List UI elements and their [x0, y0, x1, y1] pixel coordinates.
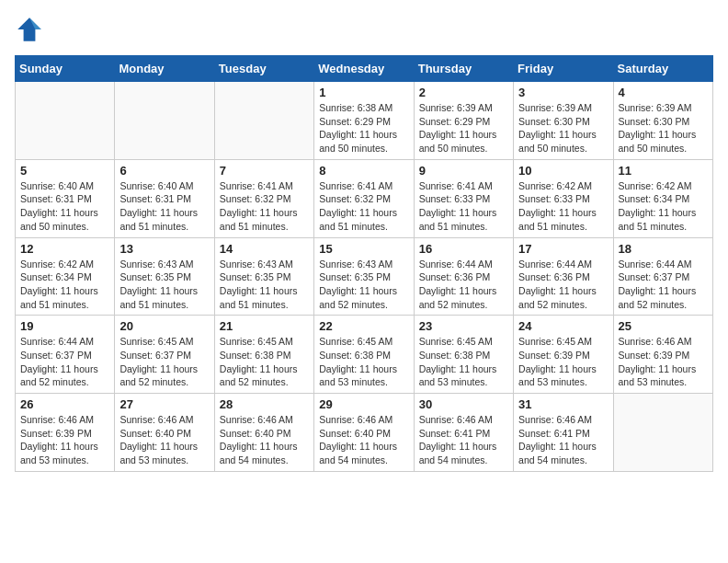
day-detail: Sunrise: 6:45 AM Sunset: 6:38 PM Dayligh…	[220, 335, 309, 389]
day-number: 4	[619, 86, 708, 99]
day-detail: Sunrise: 6:42 AM Sunset: 6:33 PM Dayligh…	[518, 179, 608, 234]
day-number: 31	[518, 397, 608, 411]
calendar-cell: 3Sunrise: 6:39 AM Sunset: 6:30 PM Daylig…	[514, 82, 613, 160]
day-detail: Sunrise: 6:45 AM Sunset: 6:38 PM Dayligh…	[419, 335, 508, 389]
day-number: 6	[119, 164, 209, 178]
day-detail: Sunrise: 6:39 AM Sunset: 6:30 PM Dayligh…	[619, 101, 708, 155]
day-number: 2	[419, 86, 508, 99]
day-number: 23	[419, 319, 508, 333]
day-detail: Sunrise: 6:46 AM Sunset: 6:39 PM Dayligh…	[20, 413, 109, 467]
day-detail: Sunrise: 6:46 AM Sunset: 6:39 PM Dayligh…	[619, 335, 708, 389]
weekday-header-saturday: Saturday	[613, 56, 712, 82]
day-number: 30	[419, 397, 508, 411]
day-detail: Sunrise: 6:42 AM Sunset: 6:34 PM Dayligh…	[619, 179, 708, 234]
day-number: 15	[319, 242, 408, 256]
day-detail: Sunrise: 6:43 AM Sunset: 6:35 PM Dayligh…	[119, 258, 209, 312]
day-detail: Sunrise: 6:45 AM Sunset: 6:39 PM Dayligh…	[518, 335, 608, 389]
calendar-cell: 2Sunrise: 6:39 AM Sunset: 6:29 PM Daylig…	[414, 82, 513, 160]
calendar-cell: 19Sunrise: 6:44 AM Sunset: 6:37 PM Dayli…	[16, 316, 115, 394]
day-number: 14	[220, 242, 309, 256]
day-number: 7	[220, 164, 309, 178]
day-detail: Sunrise: 6:42 AM Sunset: 6:34 PM Dayligh…	[20, 258, 109, 312]
day-number: 18	[619, 242, 708, 256]
calendar-week-5: 26Sunrise: 6:46 AM Sunset: 6:39 PM Dayli…	[16, 394, 713, 472]
day-number: 26	[20, 397, 109, 411]
calendar-cell: 22Sunrise: 6:45 AM Sunset: 6:38 PM Dayli…	[314, 316, 414, 394]
calendar-week-4: 19Sunrise: 6:44 AM Sunset: 6:37 PM Dayli…	[16, 316, 713, 394]
weekday-header-friday: Friday	[514, 56, 613, 82]
logo	[15, 15, 50, 44]
day-number: 9	[419, 164, 508, 178]
day-detail: Sunrise: 6:46 AM Sunset: 6:40 PM Dayligh…	[220, 413, 309, 467]
calendar-cell: 30Sunrise: 6:46 AM Sunset: 6:41 PM Dayli…	[414, 394, 513, 472]
day-number: 12	[20, 242, 109, 256]
day-detail: Sunrise: 6:44 AM Sunset: 6:36 PM Dayligh…	[419, 258, 508, 312]
calendar-body: 1Sunrise: 6:38 AM Sunset: 6:29 PM Daylig…	[16, 82, 713, 472]
calendar-cell	[613, 394, 712, 472]
calendar-cell: 7Sunrise: 6:41 AM Sunset: 6:32 PM Daylig…	[214, 159, 313, 237]
day-detail: Sunrise: 6:46 AM Sunset: 6:41 PM Dayligh…	[518, 413, 608, 467]
calendar-cell: 21Sunrise: 6:45 AM Sunset: 6:38 PM Dayli…	[214, 316, 313, 394]
calendar-cell: 23Sunrise: 6:45 AM Sunset: 6:38 PM Dayli…	[414, 316, 513, 394]
day-detail: Sunrise: 6:44 AM Sunset: 6:36 PM Dayligh…	[518, 258, 608, 312]
calendar-cell: 5Sunrise: 6:40 AM Sunset: 6:31 PM Daylig…	[16, 159, 115, 237]
weekday-header-wednesday: Wednesday	[314, 56, 414, 82]
day-detail: Sunrise: 6:44 AM Sunset: 6:37 PM Dayligh…	[20, 335, 109, 389]
day-number: 25	[619, 319, 708, 333]
calendar-cell: 6Sunrise: 6:40 AM Sunset: 6:31 PM Daylig…	[115, 159, 214, 237]
day-number: 27	[119, 397, 209, 411]
day-number: 16	[419, 242, 508, 256]
calendar-week-1: 1Sunrise: 6:38 AM Sunset: 6:29 PM Daylig…	[16, 82, 713, 160]
day-number: 11	[619, 164, 708, 178]
day-detail: Sunrise: 6:40 AM Sunset: 6:31 PM Dayligh…	[119, 179, 209, 234]
day-detail: Sunrise: 6:40 AM Sunset: 6:31 PM Dayligh…	[20, 179, 109, 234]
day-number: 19	[20, 319, 109, 333]
day-detail: Sunrise: 6:41 AM Sunset: 6:32 PM Dayligh…	[220, 179, 309, 234]
day-detail: Sunrise: 6:38 AM Sunset: 6:29 PM Dayligh…	[319, 101, 408, 155]
calendar-header: SundayMondayTuesdayWednesdayThursdayFrid…	[16, 56, 713, 82]
logo-icon	[15, 15, 44, 44]
weekday-header-tuesday: Tuesday	[214, 56, 313, 82]
day-detail: Sunrise: 6:45 AM Sunset: 6:38 PM Dayligh…	[319, 335, 408, 389]
day-detail: Sunrise: 6:43 AM Sunset: 6:35 PM Dayligh…	[319, 258, 408, 312]
day-number: 8	[319, 164, 408, 178]
calendar-cell: 15Sunrise: 6:43 AM Sunset: 6:35 PM Dayli…	[314, 237, 414, 316]
calendar-week-2: 5Sunrise: 6:40 AM Sunset: 6:31 PM Daylig…	[16, 159, 713, 237]
calendar-cell: 14Sunrise: 6:43 AM Sunset: 6:35 PM Dayli…	[214, 237, 313, 316]
calendar-cell: 16Sunrise: 6:44 AM Sunset: 6:36 PM Dayli…	[414, 237, 513, 316]
calendar-cell: 17Sunrise: 6:44 AM Sunset: 6:36 PM Dayli…	[514, 237, 613, 316]
day-number: 20	[119, 319, 209, 333]
page-header	[15, 15, 713, 44]
calendar-cell: 31Sunrise: 6:46 AM Sunset: 6:41 PM Dayli…	[514, 394, 613, 472]
day-number: 24	[518, 319, 608, 333]
weekday-header-monday: Monday	[115, 56, 214, 82]
day-number: 10	[518, 164, 608, 178]
calendar-cell: 4Sunrise: 6:39 AM Sunset: 6:30 PM Daylig…	[613, 82, 712, 160]
calendar-cell: 29Sunrise: 6:46 AM Sunset: 6:40 PM Dayli…	[314, 394, 414, 472]
calendar-cell	[16, 82, 115, 160]
calendar-cell: 18Sunrise: 6:44 AM Sunset: 6:37 PM Dayli…	[613, 237, 712, 316]
day-number: 3	[518, 86, 608, 99]
calendar-cell: 27Sunrise: 6:46 AM Sunset: 6:40 PM Dayli…	[115, 394, 214, 472]
day-detail: Sunrise: 6:46 AM Sunset: 6:40 PM Dayligh…	[119, 413, 209, 467]
day-number: 1	[319, 86, 408, 99]
day-detail: Sunrise: 6:41 AM Sunset: 6:32 PM Dayligh…	[319, 179, 408, 234]
calendar-cell: 10Sunrise: 6:42 AM Sunset: 6:33 PM Dayli…	[514, 159, 613, 237]
calendar-table: SundayMondayTuesdayWednesdayThursdayFrid…	[15, 55, 713, 472]
day-number: 5	[20, 164, 109, 178]
calendar-cell: 25Sunrise: 6:46 AM Sunset: 6:39 PM Dayli…	[613, 316, 712, 394]
calendar-cell: 8Sunrise: 6:41 AM Sunset: 6:32 PM Daylig…	[314, 159, 414, 237]
day-detail: Sunrise: 6:46 AM Sunset: 6:41 PM Dayligh…	[419, 413, 508, 467]
calendar-cell: 20Sunrise: 6:45 AM Sunset: 6:37 PM Dayli…	[115, 316, 214, 394]
day-detail: Sunrise: 6:44 AM Sunset: 6:37 PM Dayligh…	[619, 258, 708, 312]
calendar-cell: 26Sunrise: 6:46 AM Sunset: 6:39 PM Dayli…	[16, 394, 115, 472]
day-number: 13	[119, 242, 209, 256]
day-number: 21	[220, 319, 309, 333]
weekday-row: SundayMondayTuesdayWednesdayThursdayFrid…	[16, 56, 713, 82]
day-detail: Sunrise: 6:41 AM Sunset: 6:33 PM Dayligh…	[419, 179, 508, 234]
calendar-week-3: 12Sunrise: 6:42 AM Sunset: 6:34 PM Dayli…	[16, 237, 713, 316]
day-number: 29	[319, 397, 408, 411]
day-detail: Sunrise: 6:45 AM Sunset: 6:37 PM Dayligh…	[119, 335, 209, 389]
day-number: 22	[319, 319, 408, 333]
calendar-cell: 1Sunrise: 6:38 AM Sunset: 6:29 PM Daylig…	[314, 82, 414, 160]
